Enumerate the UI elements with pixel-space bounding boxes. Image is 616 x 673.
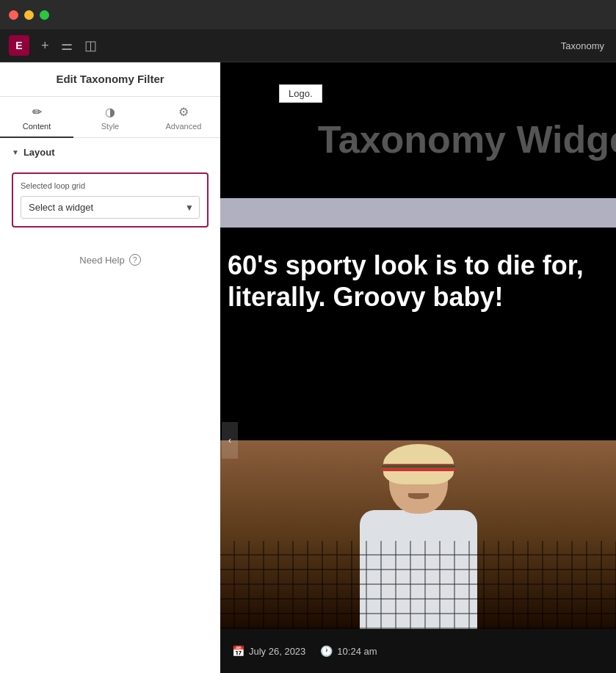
time-text: 10:24 am <box>337 646 377 657</box>
person-head <box>389 448 448 514</box>
calendar-icon: 📅 <box>232 645 244 657</box>
style-tab-icon: ◑ <box>105 105 115 119</box>
style-tab-label: Style <box>101 122 119 131</box>
settings-icon[interactable]: ⚌ <box>61 37 73 54</box>
main-area: Logo. Taxonomy Widge 60's sporty look is… <box>220 62 616 673</box>
panel-header: Edit Taxonomy Filter <box>0 62 220 97</box>
toggle-panel-arrow[interactable]: ‹ <box>222 422 238 459</box>
logo-placeholder: Logo. <box>279 84 322 103</box>
need-help-label: Need Help <box>79 255 124 266</box>
photo-background <box>220 440 616 629</box>
clock-icon: 🕐 <box>320 645 333 657</box>
logo-text: Logo. <box>289 88 313 99</box>
elementor-logo[interactable]: E <box>9 35 29 56</box>
person-mustache <box>408 493 429 499</box>
close-button[interactable] <box>9 10 18 20</box>
text-line2: literally. Groovy baby! <box>228 281 609 313</box>
tab-content[interactable]: ✏ Content <box>0 98 73 138</box>
layout-section-label: Layout <box>23 147 55 158</box>
advanced-tab-label: Advanced <box>166 122 202 131</box>
time-info: 🕐 10:24 am <box>320 645 377 657</box>
panel-title: Edit Taxonomy Filter <box>56 73 164 85</box>
text-line1: 60's sporty look is to die for, <box>228 250 609 281</box>
date-info: 📅 July 26, 2023 <box>232 645 305 657</box>
loop-grid-field-container: Selected loop grid Select a widget ▼ <box>12 172 209 228</box>
field-group: Selected loop grid Select a widget ▼ <box>0 167 220 239</box>
window-chrome <box>0 0 616 29</box>
help-icon: ? <box>129 254 141 266</box>
minimize-button[interactable] <box>24 10 34 20</box>
widget-select[interactable]: Select a widget <box>21 196 200 219</box>
layout-section-header[interactable]: ▼ Layout <box>0 138 220 167</box>
person-headband <box>382 464 455 471</box>
photo-area <box>220 440 616 629</box>
tab-style[interactable]: ◑ Style <box>73 98 147 138</box>
text-section: 60's sporty look is to die for, literall… <box>220 235 616 327</box>
content-tab-icon: ✏ <box>32 105 42 119</box>
panel-content: ▼ Layout Selected loop grid Select a wid… <box>0 138 220 673</box>
date-text: July 26, 2023 <box>249 646 305 657</box>
tabs: ✏ Content ◑ Style ⚙ Advanced <box>0 97 220 138</box>
advanced-tab-icon: ⚙ <box>178 105 189 119</box>
top-bar: E + ⚌ ◫ Taxonomy <box>0 29 616 62</box>
top-bar-title: Taxonomy <box>561 40 604 51</box>
bottom-bar: 📅 July 26, 2023 🕐 10:24 am <box>220 629 616 673</box>
layers-icon[interactable]: ◫ <box>84 37 97 54</box>
elementor-logo-label: E <box>15 40 22 51</box>
left-panel: Edit Taxonomy Filter ✏ Content ◑ Style ⚙… <box>0 62 220 673</box>
tab-advanced[interactable]: ⚙ Advanced <box>147 98 220 138</box>
select-wrapper: Select a widget ▼ <box>21 196 200 219</box>
layout-arrow-icon: ▼ <box>12 148 19 156</box>
add-icon[interactable]: + <box>41 38 49 54</box>
maximize-button[interactable] <box>40 10 49 20</box>
loop-grid-label: Selected loop grid <box>21 181 200 190</box>
need-help[interactable]: Need Help ? <box>0 239 220 280</box>
content-tab-label: Content <box>23 122 51 131</box>
tennis-net <box>220 541 616 629</box>
purple-bar <box>220 198 616 228</box>
taxonomy-heading: Taxonomy Widge <box>318 117 616 161</box>
